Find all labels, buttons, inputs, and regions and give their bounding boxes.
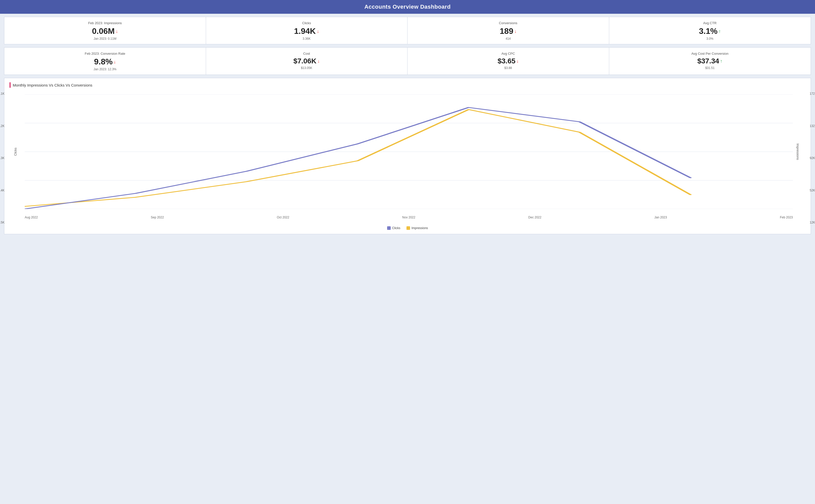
metric-sub-avg-cost-conv: $31.51 — [614, 66, 806, 70]
arrow-up-ctr: ↑ — [719, 29, 721, 34]
metric-label-avg-ctr: Avg CTR — [614, 21, 806, 25]
y-right-0: 172K — [808, 92, 815, 95]
x-label-sep: Sep 2022 — [151, 216, 164, 219]
arrow-down-conv-rate: ↓ — [114, 60, 116, 64]
x-label-feb: Feb 2023 — [780, 216, 793, 219]
metric-card-impressions: Feb 2023: Impressions 0.06M ↓ Jan 2023: … — [4, 17, 206, 44]
clicks-line — [25, 107, 691, 209]
chart-container: 4.1K 3.2K 2.3K 1.4K 0.5K 172K 132K 92K 5… — [9, 92, 806, 224]
metric-label-clicks: Clicks — [211, 21, 402, 25]
metric-card-cost: Cost $7.06K ↓ $13.05K — [206, 48, 408, 75]
chart-svg — [25, 94, 793, 209]
legend-box-impressions — [406, 226, 410, 230]
metric-value-conv-rate: 9.8% ↓ — [9, 57, 201, 66]
legend-box-clicks — [387, 226, 391, 230]
dashboard-title: Accounts Overview Dashboard — [364, 4, 451, 10]
metric-sub-conversions: 414 — [413, 37, 604, 40]
y-axis-left-title: Clicks — [14, 148, 17, 156]
y-left-3: 1.4K — [0, 189, 6, 192]
y-left-0: 4.1K — [0, 92, 6, 95]
metrics-section: Feb 2023: Impressions 0.06M ↓ Jan 2023: … — [0, 14, 815, 75]
x-label-jan: Jan 2023 — [654, 216, 667, 219]
chart-title-accent — [9, 82, 11, 88]
legend-label-clicks: Clicks — [392, 226, 400, 230]
metric-value-impressions: 0.06M ↓ — [9, 26, 201, 36]
chart-section: Monthly Impressions Vs Clicks Vs Convers… — [4, 78, 811, 234]
metric-label-conv-rate: Feb 2023: Conversion Rate — [9, 52, 201, 55]
metric-value-cost: $7.06K ↓ — [211, 57, 402, 65]
metric-card-avg-ctr: Avg CTR 3.1% ↑ 3.0% — [609, 17, 811, 44]
metric-value-avg-cost-conv: $37.34 ↑ — [614, 57, 806, 65]
y-left-4: 0.5K — [0, 221, 6, 224]
metric-sub-cost: $13.05K — [211, 66, 402, 70]
metric-value-avg-cpc: $3.65 ↓ — [413, 57, 604, 65]
arrow-down-clicks: ↓ — [317, 29, 319, 34]
metric-sub-conv-rate: Jan 2023: 12.3% — [9, 67, 201, 71]
metric-card-conversions: Conversions 189 ↓ 414 — [408, 17, 609, 44]
metric-card-avg-cpc: Avg CPC $3.65 ↓ $3.88 — [408, 48, 609, 75]
metric-label-impressions: Feb 2023: Impressions — [9, 21, 201, 25]
metric-label-avg-cpc: Avg CPC — [413, 52, 604, 55]
y-right-2: 92K — [808, 156, 815, 160]
dashboard-header: Accounts Overview Dashboard — [0, 0, 815, 14]
chart-inner: Clicks Impressions Aug 2022 — [25, 94, 793, 209]
metric-label-avg-cost-conv: Avg Cost Per Conversion — [614, 52, 806, 55]
chart-title-bar: Monthly Impressions Vs Clicks Vs Convers… — [9, 82, 806, 88]
y-left-1: 3.2K — [0, 124, 6, 128]
impressions-line — [25, 109, 691, 206]
y-right-1: 132K — [808, 124, 815, 128]
x-label-aug: Aug 2022 — [25, 216, 38, 219]
metric-sub-impressions: Jan 2023: 0.11M — [9, 37, 201, 40]
legend-label-impressions: Impressions — [412, 226, 428, 230]
y-axis-right: 172K 132K 92K 52K 12K — [808, 92, 815, 224]
y-axis-right-title: Impressions — [796, 144, 800, 160]
metric-card-clicks: Clicks 1.94K ↓ 3.36K — [206, 17, 408, 44]
metric-value-avg-ctr: 3.1% ↑ — [614, 26, 806, 36]
metrics-row-2: Feb 2023: Conversion Rate 9.8% ↓ Jan 202… — [4, 47, 811, 75]
metric-sub-avg-cpc: $3.88 — [413, 66, 604, 70]
y-right-4: 12K — [808, 221, 815, 224]
y-left-2: 2.3K — [0, 156, 6, 160]
chart-legend: Clicks Impressions — [9, 226, 806, 230]
metric-label-conversions: Conversions — [413, 21, 604, 25]
metrics-row-1: Feb 2023: Impressions 0.06M ↓ Jan 2023: … — [4, 17, 811, 44]
legend-item-clicks: Clicks — [387, 226, 400, 230]
metric-card-avg-cost-conv: Avg Cost Per Conversion $37.34 ↑ $31.51 — [609, 48, 811, 75]
metric-card-conv-rate: Feb 2023: Conversion Rate 9.8% ↓ Jan 202… — [4, 48, 206, 75]
x-label-oct: Oct 2022 — [277, 216, 289, 219]
x-label-dec: Dec 2022 — [528, 216, 541, 219]
arrow-down-cost: ↓ — [317, 59, 320, 63]
metric-value-clicks: 1.94K ↓ — [211, 26, 402, 36]
x-label-nov: Nov 2022 — [402, 216, 415, 219]
x-axis: Aug 2022 Sep 2022 Oct 2022 Nov 2022 Dec … — [25, 216, 793, 219]
arrow-up-avg-cost-conv: ↑ — [720, 59, 723, 63]
y-axis-left: 4.1K 3.2K 2.3K 1.4K 0.5K — [0, 92, 6, 224]
metric-sub-clicks: 3.36K — [211, 37, 402, 40]
metric-value-conversions: 189 ↓ — [413, 26, 604, 36]
y-right-3: 52K — [808, 189, 815, 192]
legend-item-impressions: Impressions — [406, 226, 428, 230]
arrow-down-avg-cpc: ↓ — [517, 59, 519, 63]
metric-label-cost: Cost — [211, 52, 402, 55]
chart-title: Monthly Impressions Vs Clicks Vs Convers… — [13, 83, 92, 87]
arrow-down-impressions: ↓ — [116, 29, 118, 34]
metric-sub-avg-ctr: 3.0% — [614, 37, 806, 40]
arrow-down-conversions: ↓ — [514, 29, 517, 34]
